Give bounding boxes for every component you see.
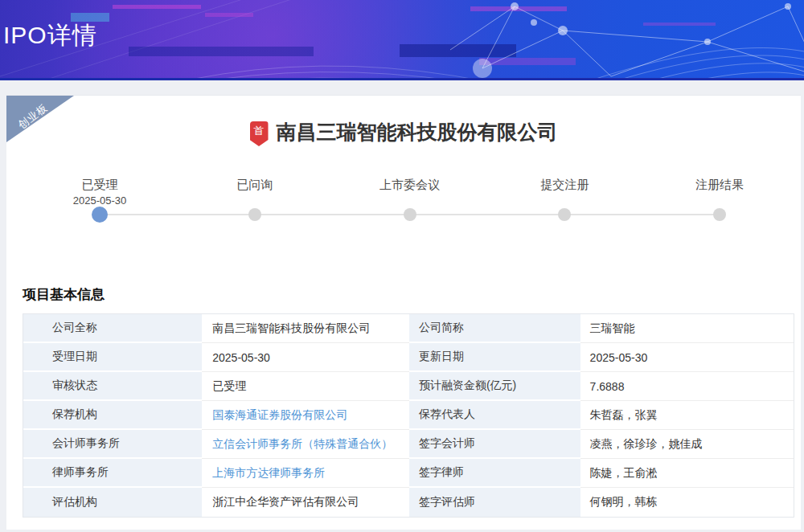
step-label: 提交注册 [504,178,625,192]
cell-value: 陈婕，王俞淞 [590,466,658,479]
issuer-link[interactable]: 立信会计师事务所（特殊普通合伙） [212,437,392,450]
cell-value: 三瑞智能 [590,321,635,334]
step-dot-icon [713,208,726,221]
row-value-2: 三瑞智能 [580,314,794,343]
row-label-2: 签字会计师 [409,430,580,459]
table-row: 受理日期 2025-05-30 更新日期 2025-05-30 [23,343,794,372]
row-label-1: 律师事务所 [23,459,202,488]
cell-value: 朱哲磊，张翼 [590,408,658,421]
table-row: 律师事务所 上海市方达律师事务所 签字律师 陈婕，王俞淞 [23,459,794,488]
row-value-2: 2025-05-30 [580,343,794,372]
cell-value: 7.6888 [590,380,625,393]
row-value-2: 陈婕，王俞淞 [580,459,794,488]
company-title-row: 首 南昌三瑞智能科技股份有限公司 [6,96,801,146]
row-label-2: 预计融资金额(亿元) [409,372,580,401]
cell-value: 2025-05-30 [212,351,270,364]
row-value-1: 已受理 [202,372,409,401]
cell-value: 何钢明，韩栋 [590,495,658,508]
cell-value: 2025-05-30 [590,351,648,364]
step-label: 已受理 [39,178,160,192]
project-info-table: 公司全称 南昌三瑞智能科技股份有限公司 公司简称 三瑞智能 受理日期 2025-… [23,313,794,518]
cell-value: 已受理 [212,379,246,392]
cell-value: 南昌三瑞智能科技股份有限公司 [212,321,370,334]
ipo-progress-steps: 已受理 2025-05-30 已问询 上市委会议 提交注册 注册结果 [39,178,780,227]
cell-value: 浙江中企华资产评估有限公司 [212,495,359,508]
progress-step: 上市委会议 [350,178,470,227]
banner-decoration [0,0,804,80]
table-row: 审核状态 已受理 预计融资金额(亿元) 7.6888 [23,372,794,401]
row-label-1: 受理日期 [23,343,202,372]
row-label-1: 评估机构 [23,488,202,517]
row-label-1: 审核状态 [23,372,202,401]
row-label-1: 会计师事务所 [23,430,202,459]
row-value-1: 南昌三瑞智能科技股份有限公司 [202,314,409,343]
table-row: 会计师事务所 立信会计师事务所（特殊普通合伙） 签字会计师 凌燕，徐珍珍，姚佳成 [23,430,794,459]
progress-step: 已问询 [195,178,315,227]
step-dot-icon [248,208,261,221]
issuer-link[interactable]: 上海市方达律师事务所 [212,466,325,479]
row-label-2: 保荐代表人 [409,401,580,430]
section-title: 项目基本信息 [23,285,801,304]
page-banner: IPO详情 [0,0,804,80]
row-value-2: 何钢明，韩栋 [580,488,794,517]
step-label: 已问询 [195,178,315,192]
row-value-1: 国泰海通证券股份有限公司 [202,401,409,430]
row-label-2: 签字评估师 [409,488,580,517]
company-name: 南昌三瑞智能科技股份有限公司 [277,120,558,145]
row-value-2: 7.6888 [580,372,794,401]
row-value-1: 立信会计师事务所（特殊普通合伙） [202,430,409,459]
content-card: 创业板 首 南昌三瑞智能科技股份有限公司 已受理 2025-05-30 已问询 … [6,95,801,530]
issuer-link[interactable]: 国泰海通证券股份有限公司 [212,408,347,421]
progress-step: 已受理 2025-05-30 [39,178,160,227]
cell-value: 凌燕，徐珍珍，姚佳成 [590,437,703,450]
row-label-1: 公司全称 [23,314,202,343]
row-value-2: 朱哲磊，张翼 [580,401,794,430]
step-dot-icon [558,208,571,221]
ipo-first-badge-icon: 首 [250,121,269,146]
row-value-2: 凌燕，徐珍珍，姚佳成 [580,430,794,459]
page-title: IPO详情 [3,19,97,52]
progress-step: 提交注册 [504,178,625,227]
row-label-1: 保荐机构 [23,401,202,430]
step-label: 注册结果 [659,178,780,192]
step-label: 上市委会议 [350,178,470,192]
table-row: 公司全称 南昌三瑞智能科技股份有限公司 公司简称 三瑞智能 [23,314,794,343]
row-value-1: 上海市方达律师事务所 [202,459,409,488]
step-dot-icon [404,208,416,221]
row-label-2: 签字律师 [409,459,580,488]
row-value-1: 浙江中企华资产评估有限公司 [202,488,409,517]
row-value-1: 2025-05-30 [202,343,409,372]
step-dot-icon [92,207,108,223]
row-label-2: 公司简称 [409,314,580,343]
row-label-2: 更新日期 [409,343,580,372]
table-row: 评估机构 浙江中企华资产评估有限公司 签字评估师 何钢明，韩栋 [23,488,794,517]
progress-step: 注册结果 [659,178,780,227]
table-row: 保荐机构 国泰海通证券股份有限公司 保荐代表人 朱哲磊，张翼 [23,401,794,430]
